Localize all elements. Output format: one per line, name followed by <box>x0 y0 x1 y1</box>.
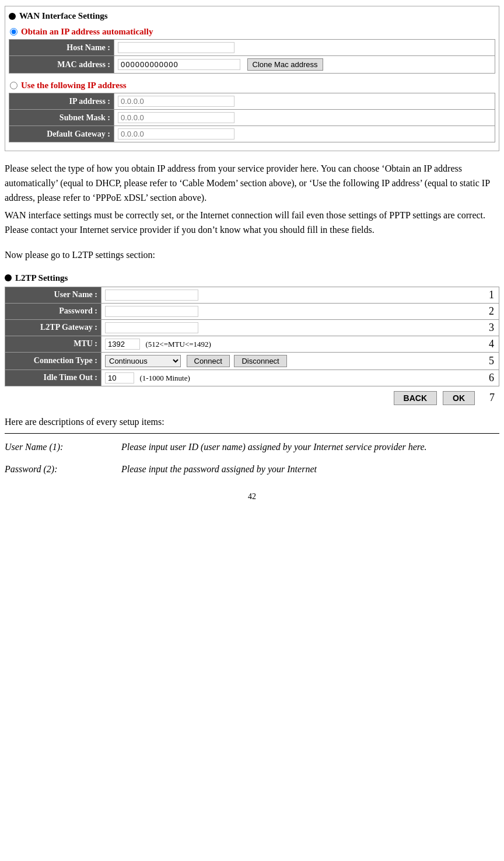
radio-obtain-auto-label: Obtain an IP address automatically <box>21 27 153 37</box>
connection-type-select[interactable]: Continuous <box>105 355 181 367</box>
host-name-row: Host Name : <box>9 40 495 56</box>
row-number-3: 3 <box>489 322 494 334</box>
desc-text-2: Please input the password assigned by yo… <box>121 458 499 480</box>
ip-address-row: IP address : <box>9 93 495 110</box>
wan-section-title: WAN Interface Settings <box>9 10 495 22</box>
ok-button[interactable]: OK <box>443 391 475 405</box>
body-para-1: Please select the type of how you obtain… <box>5 162 499 205</box>
l2tp-section: L2TP Settings User Name : 1 Password : 2… <box>5 272 499 405</box>
ip-address-value-cell <box>114 93 495 110</box>
page-number: 42 <box>5 492 499 501</box>
mac-address-row: MAC address : Clone Mac address <box>9 56 495 74</box>
l2tp-mtu-input[interactable] <box>105 339 140 350</box>
mac-address-value-cell: Clone Mac address <box>114 56 495 74</box>
desc-text-1: Please input user ID (user name) assigne… <box>121 436 499 458</box>
desc-row-1: User Name (1): Please input user ID (use… <box>5 436 499 458</box>
desc-intro: Here are descriptions of every setup ite… <box>5 417 499 427</box>
l2tp-gateway-row: L2TP Gateway : 3 <box>5 319 499 336</box>
desc-label-2: Password (2): <box>5 458 121 480</box>
host-name-label: Host Name : <box>9 40 114 56</box>
radio-static-ip[interactable] <box>10 82 18 89</box>
l2tp-idle-value-cell: (1-1000 Minute) 6 <box>102 370 499 386</box>
l2tp-gateway-label: L2TP Gateway : <box>5 319 102 336</box>
l2tp-bullet-icon <box>5 274 12 281</box>
bullet-icon <box>9 13 16 20</box>
l2tp-conntype-row: Connection Type : Continuous Connect Dis… <box>5 352 499 370</box>
ip-address-label: IP address : <box>9 93 114 110</box>
radio-static-ip-label: Use the following IP address <box>21 81 127 90</box>
l2tp-password-label: Password : <box>5 303 102 319</box>
host-name-value-cell <box>114 40 495 56</box>
l2tp-mtu-value-cell: (512<=MTU<=1492) 4 <box>102 336 499 352</box>
mac-address-input[interactable] <box>118 59 240 70</box>
row-number-1: 1 <box>489 289 494 301</box>
l2tp-username-value-cell: 1 <box>102 287 499 303</box>
body-text-1: Please select the type of how you obtain… <box>5 162 499 238</box>
default-gateway-row: Default Gateway : <box>9 126 495 142</box>
subnet-mask-value-cell <box>114 110 495 126</box>
default-gateway-label: Default Gateway : <box>9 126 114 142</box>
l2tp-password-input[interactable] <box>105 306 198 317</box>
l2tp-gateway-value-cell: 3 <box>102 319 499 336</box>
row-number-5: 5 <box>489 355 494 367</box>
transition-text: Now please go to L2TP settings section: <box>5 248 499 263</box>
row-number-2: 2 <box>489 305 494 318</box>
row-number-4: 4 <box>489 338 494 350</box>
ip-address-input[interactable] <box>118 96 235 107</box>
radio-obtain-auto-row: Obtain an IP address automatically <box>9 25 495 39</box>
desc-table: User Name (1): Please input user ID (use… <box>5 436 499 480</box>
l2tp-username-row: User Name : 1 <box>5 287 499 303</box>
l2tp-section-title: L2TP Settings <box>5 272 499 284</box>
row-number-7: 7 <box>477 392 495 404</box>
wan-section: WAN Interface Settings Obtain an IP addr… <box>5 6 499 151</box>
mtu-hint-text: (512<=MTU<=1492) <box>146 340 211 348</box>
wan-title-text: WAN Interface Settings <box>19 11 108 21</box>
l2tp-title-text: L2TP Settings <box>15 273 68 283</box>
l2tp-gateway-input[interactable] <box>105 322 198 333</box>
l2tp-mtu-label: MTU : <box>5 336 102 352</box>
subnet-mask-row: Subnet Mask : <box>9 110 495 126</box>
mac-address-label: MAC address : <box>9 56 114 74</box>
connect-button[interactable]: Connect <box>187 355 230 367</box>
back-ok-row: BACK OK 7 <box>5 386 499 405</box>
l2tp-password-row: Password : 2 <box>5 303 499 319</box>
default-gateway-input[interactable] <box>118 128 235 140</box>
wan-static-table: IP address : Subnet Mask : Default Gatew… <box>9 93 495 142</box>
l2tp-username-label: User Name : <box>5 287 102 303</box>
l2tp-mtu-row: MTU : (512<=MTU<=1492) 4 <box>5 336 499 352</box>
radio-obtain-auto[interactable] <box>10 28 18 36</box>
disconnect-button[interactable]: Disconnect <box>234 355 286 367</box>
desc-section: Here are descriptions of every setup ite… <box>5 417 499 480</box>
wan-auto-table: Host Name : MAC address : Clone Mac addr… <box>9 39 495 74</box>
subnet-mask-label: Subnet Mask : <box>9 110 114 126</box>
host-name-input[interactable] <box>118 42 235 53</box>
desc-label-1: User Name (1): <box>5 436 121 458</box>
l2tp-idle-input[interactable] <box>105 372 134 384</box>
l2tp-conntype-label: Connection Type : <box>5 352 102 370</box>
back-button[interactable]: BACK <box>394 391 437 405</box>
body-para-2: WAN interface settings must be correctly… <box>5 208 499 238</box>
desc-row-2: Password (2): Please input the password … <box>5 458 499 480</box>
subnet-mask-input[interactable] <box>118 112 235 123</box>
radio-static-row: Use the following IP address <box>9 78 495 93</box>
l2tp-idle-row: Idle Time Out : (1-1000 Minute) 6 <box>5 370 499 386</box>
desc-divider <box>5 433 499 434</box>
default-gateway-value-cell <box>114 126 495 142</box>
idle-hint-text: (1-1000 Minute) <box>140 374 190 382</box>
l2tp-table: User Name : 1 Password : 2 L2TP Gateway … <box>5 287 499 386</box>
l2tp-idle-label: Idle Time Out : <box>5 370 102 386</box>
row-number-6: 6 <box>489 372 494 384</box>
l2tp-conntype-value-cell: Continuous Connect Disconnect 5 <box>102 352 499 370</box>
l2tp-password-value-cell: 2 <box>102 303 499 319</box>
l2tp-username-input[interactable] <box>105 290 198 301</box>
clone-mac-button[interactable]: Clone Mac address <box>247 58 323 71</box>
